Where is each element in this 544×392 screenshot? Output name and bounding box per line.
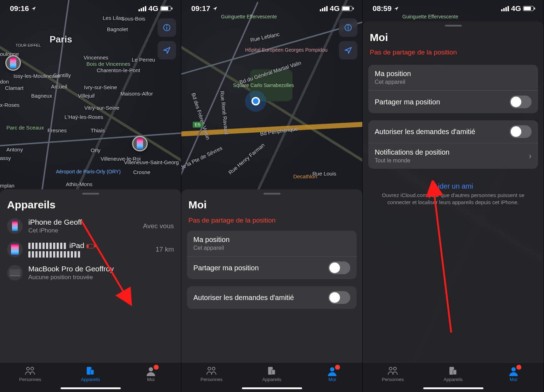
tab-people[interactable]: Personnes — [372, 365, 414, 382]
status-bar: 09:16 4G — [0, 1, 181, 16]
sheet-title: Appareils — [0, 199, 181, 214]
sheet-grabber[interactable] — [445, 25, 462, 27]
redacted-text — [28, 243, 67, 249]
svg-point-18 — [389, 367, 392, 370]
info-map-button[interactable] — [339, 18, 357, 37]
sheet-title: Moi — [363, 31, 544, 48]
macbook-icon — [7, 265, 23, 281]
cell-title: Ma position — [193, 236, 230, 244]
status-bar: 09:17 4G — [181, 1, 362, 16]
screenshot-3: Guinguette Effervescente 08:59 4G Moi Pa… — [363, 0, 544, 392]
status-time: 09:16 — [10, 4, 29, 13]
svg-point-19 — [393, 367, 396, 370]
tab-devices[interactable]: Appareils — [432, 365, 474, 382]
cell-title: Partager ma position — [193, 264, 259, 272]
tab-label: Personnes — [382, 377, 404, 382]
people-icon — [205, 365, 217, 376]
screenshot-2: Rue Leblanc Bd du Général Martial Valin … — [181, 0, 363, 392]
device-sub: Aucune position trouvée — [28, 274, 174, 281]
tab-label: Appareils — [262, 377, 281, 382]
home-indicator[interactable] — [423, 387, 483, 389]
my-location-cell[interactable]: Ma position Cet appareil — [368, 65, 538, 90]
my-location-cell[interactable]: Ma position Cet appareil — [187, 231, 357, 256]
home-indicator[interactable] — [242, 387, 302, 389]
tab-people[interactable]: Personnes — [190, 365, 233, 382]
tab-me[interactable]: Moi — [492, 365, 535, 382]
tab-devices[interactable]: Appareils — [250, 365, 293, 382]
people-icon — [24, 365, 36, 376]
svg-point-12 — [208, 367, 211, 370]
home-indicator[interactable] — [61, 387, 121, 389]
svg-point-13 — [212, 367, 215, 370]
sharing-warning: Pas de partage de la position — [181, 214, 362, 231]
svg-point-8 — [149, 367, 153, 371]
cell-subtitle: Cet appareil — [193, 245, 230, 251]
friend-requests-toggle[interactable] — [328, 291, 350, 304]
tab-people[interactable]: Personnes — [9, 365, 51, 382]
svg-rect-21 — [453, 370, 457, 375]
devices-sheet[interactable]: Appareils iPhone de Geoff Cet iPhone Ave… — [0, 189, 181, 371]
device-marker-ipad[interactable] — [132, 136, 148, 151]
settings-group-2: Autoriser les demandes d'amitié Notifica… — [368, 120, 538, 169]
highway-shield: E5 — [193, 122, 203, 128]
tab-bar: Personnes Appareils Moi — [363, 362, 544, 392]
sharing-warning: Pas de partage de la position — [363, 48, 544, 65]
locate-me-button[interactable] — [339, 41, 357, 59]
device-distance: Avec vous — [143, 222, 174, 230]
location-notifications-cell[interactable]: Notifications de position Tout le monde … — [368, 143, 538, 169]
help-friend-description: Ouvrez iCloud.com pour que d'autres pers… — [363, 192, 544, 206]
network-label: 4G — [330, 4, 340, 13]
notification-badge — [335, 365, 340, 370]
devices-icon — [266, 365, 278, 376]
me-sheet[interactable]: Moi Pas de partage de la position Ma pos… — [181, 189, 362, 371]
cell-title: Ma position — [375, 70, 411, 78]
notification-badge — [154, 365, 159, 370]
friend-requests-cell[interactable]: Autoriser les demandes d'amitié — [187, 286, 357, 309]
map[interactable]: Paris Les Lilas Bagnolet Vincennes Chare… — [0, 0, 181, 198]
me-sheet-expanded[interactable]: Moi Pas de partage de la position Ma pos… — [363, 21, 544, 371]
friend-requests-cell[interactable]: Autoriser les demandes d'amitié — [368, 120, 538, 143]
tab-label: Moi — [328, 377, 336, 382]
friend-requests-toggle[interactable] — [510, 125, 532, 138]
map[interactable]: Rue Leblanc Bd du Général Martial Valin … — [181, 0, 362, 198]
current-location-dot — [251, 97, 260, 105]
device-sub: Cet iPhone — [28, 227, 137, 234]
sheet-grabber[interactable] — [82, 193, 99, 195]
device-distance: 17 km — [155, 246, 174, 253]
share-location-toggle[interactable] — [328, 261, 350, 274]
sheet-grabber[interactable] — [264, 193, 280, 195]
tab-label: Personnes — [200, 377, 222, 382]
tab-label: Personnes — [19, 377, 41, 382]
svg-point-5 — [31, 367, 34, 370]
battery-icon — [342, 6, 352, 11]
devices-icon — [84, 365, 96, 376]
share-location-toggle[interactable] — [510, 96, 532, 108]
tab-label: Appareils — [443, 377, 463, 382]
device-row-mac[interactable]: MacBook Pro de Geoffroy Aucune position … — [0, 261, 181, 284]
signal-icon — [320, 6, 328, 11]
device-row-ipad[interactable]: iPad 17 km — [0, 238, 181, 261]
settings-group-1: Ma position Cet appareil Partager ma pos… — [187, 231, 357, 279]
network-label: 4G — [148, 4, 158, 13]
location-icon — [31, 6, 36, 11]
tab-label: Moi — [510, 377, 517, 382]
device-name: iPhone de Geoff — [28, 218, 137, 226]
tab-label: Appareils — [81, 377, 100, 382]
svg-rect-7 — [90, 370, 94, 375]
hospital-poi: Hôpital Européen Georges Pompidou — [245, 47, 328, 53]
tab-me[interactable]: Moi — [130, 365, 172, 382]
status-time: 09:17 — [191, 4, 210, 13]
status-time: 08:59 — [373, 4, 392, 13]
help-friend-link[interactable]: Aider un ami — [363, 176, 544, 192]
settings-group-1: Ma position Cet appareil Partager ma pos… — [368, 65, 538, 113]
share-location-cell[interactable]: Partager ma position — [368, 90, 538, 113]
share-location-cell[interactable]: Partager ma position — [187, 256, 357, 279]
location-icon — [394, 6, 399, 11]
locate-me-button[interactable] — [158, 41, 176, 59]
tab-devices[interactable]: Appareils — [69, 365, 112, 382]
device-row-iphone[interactable]: iPhone de Geoff Cet iPhone Avec vous — [0, 214, 181, 238]
device-marker-iphone[interactable] — [5, 55, 21, 71]
tab-me[interactable]: Moi — [311, 365, 353, 382]
info-map-button[interactable] — [158, 18, 176, 37]
device-name: MacBook Pro de Geoffroy — [28, 265, 174, 273]
